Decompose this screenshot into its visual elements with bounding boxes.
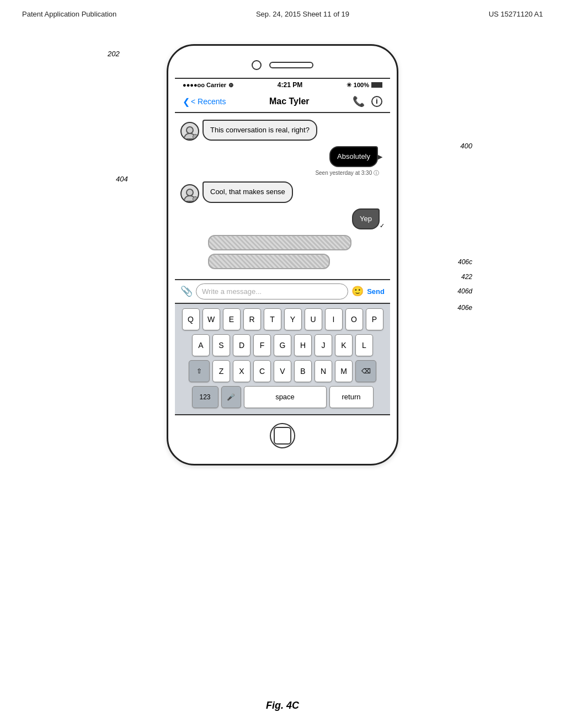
home-button[interactable] xyxy=(270,423,295,448)
earpiece-speaker xyxy=(269,62,313,68)
key-K[interactable]: K xyxy=(335,334,353,356)
redacted-msg-2 xyxy=(208,254,330,269)
send-button[interactable]: Send xyxy=(367,287,385,296)
key-L[interactable]: L xyxy=(355,334,373,356)
seen-status: Seen yesterday at 3:30 ⓘ xyxy=(180,169,385,177)
label-406c: 406c xyxy=(458,258,472,266)
key-S[interactable]: S xyxy=(212,334,230,356)
bluetooth-icon: ✳ xyxy=(347,82,351,89)
message-placeholder: Write a message... xyxy=(202,287,262,296)
key-P[interactable]: P xyxy=(366,308,383,330)
key-B[interactable]: B xyxy=(294,360,312,382)
key-shift[interactable]: ⇧ xyxy=(189,360,210,382)
front-camera xyxy=(252,60,262,70)
bubble-received-2: Cool, that makes sense xyxy=(202,181,293,202)
home-button-inner xyxy=(274,427,291,445)
call-icon[interactable]: 📞 xyxy=(353,95,365,108)
key-O[interactable]: O xyxy=(345,308,363,330)
emoji-icon[interactable]: 🙂 xyxy=(351,285,364,297)
message-row-1: This conversation is real, right? xyxy=(180,120,385,141)
key-G[interactable]: G xyxy=(274,334,291,356)
key-X[interactable]: X xyxy=(233,360,250,382)
patent-header-left: Patent Application Publication xyxy=(22,10,116,18)
phone-bottom-hardware xyxy=(175,414,390,453)
redacted-messages xyxy=(208,235,351,269)
carrier-text: ●●●●oo Carrier xyxy=(183,82,226,88)
label-202: 202 xyxy=(108,50,120,58)
phone-device: ●●●●oo Carrier ⊕ 4:21 PM ✳ 100% ❮ < Rece… xyxy=(167,44,398,465)
status-battery: ✳ 100% xyxy=(347,82,382,89)
keyboard: Q W E R T Y U I O P A S D F G H J K xyxy=(175,304,390,414)
phone-top-hardware xyxy=(175,57,390,78)
key-N[interactable]: N xyxy=(315,360,332,382)
status-time: 4:21 PM xyxy=(278,81,302,89)
key-W[interactable]: W xyxy=(202,308,220,330)
patent-header: Patent Application Publication Sep. 24, … xyxy=(0,0,565,24)
battery-icon xyxy=(371,82,382,88)
key-R[interactable]: R xyxy=(243,308,261,330)
bubble-sent-2: Yep xyxy=(352,208,380,229)
bubble-text-2: Absolutely xyxy=(337,152,370,160)
bubble-sent-1: Absolutely xyxy=(329,146,378,167)
message-input-field[interactable]: Write a message... xyxy=(196,283,348,299)
status-bar: ●●●●oo Carrier ⊕ 4:21 PM ✳ 100% xyxy=(175,78,390,91)
key-C[interactable]: C xyxy=(253,360,271,382)
key-F[interactable]: F xyxy=(253,334,271,356)
key-I[interactable]: I xyxy=(325,308,343,330)
key-Y[interactable]: Y xyxy=(284,308,302,330)
battery-text: 100% xyxy=(354,82,369,88)
chevron-left-icon: ❮ xyxy=(183,97,190,107)
back-button[interactable]: ❮ < Recents xyxy=(183,97,226,107)
nav-actions: 📞 i xyxy=(353,95,382,108)
message-input-bar: 📎 Write a message... 🙂 Send xyxy=(175,279,390,304)
key-M[interactable]: M xyxy=(335,360,353,382)
keyboard-row-1: Q W E R T Y U I O P xyxy=(177,308,388,330)
message-row-3: Cool, that makes sense xyxy=(180,181,385,202)
key-mic[interactable]: 🎤 xyxy=(221,386,241,408)
keyboard-row-2: A S D F G H J K L xyxy=(177,334,388,356)
bubble-text-1: This conversation is real, right? xyxy=(210,126,310,134)
key-J[interactable]: J xyxy=(315,334,332,356)
key-Z[interactable]: Z xyxy=(212,360,230,382)
label-422: 422 xyxy=(461,273,472,281)
seen-text-label: Seen yesterday at 3:30 ⓘ xyxy=(315,170,379,176)
label-406d: 406d xyxy=(457,287,472,295)
key-U[interactable]: U xyxy=(305,308,322,330)
label-404: 404 xyxy=(116,175,128,183)
sent-arrow-1: ▶ xyxy=(378,153,382,160)
key-A[interactable]: A xyxy=(192,334,210,356)
key-H[interactable]: H xyxy=(294,334,312,356)
key-return[interactable]: return xyxy=(329,386,374,408)
key-T[interactable]: T xyxy=(264,308,281,330)
nav-bar: ❮ < Recents Mac Tyler 📞 i xyxy=(175,91,390,113)
bubble-text-3: Cool, that makes sense xyxy=(210,188,285,196)
key-123[interactable]: 123 xyxy=(192,386,218,408)
attach-icon[interactable]: 📎 xyxy=(180,285,193,297)
keyboard-row-4: 123 🎤 space return xyxy=(177,386,388,408)
figure-caption: Fig. 4C xyxy=(266,700,299,711)
info-icon[interactable]: i xyxy=(371,96,382,107)
key-V[interactable]: V xyxy=(274,360,291,382)
phone-frame: ●●●●oo Carrier ⊕ 4:21 PM ✳ 100% ❮ < Rece… xyxy=(167,44,398,465)
nav-title: Mac Tyler xyxy=(269,97,310,106)
status-carrier: ●●●●oo Carrier ⊕ xyxy=(183,82,233,89)
message-row-4: Yep ✓ xyxy=(180,208,385,229)
key-E[interactable]: E xyxy=(223,308,241,330)
avatar-2 xyxy=(180,184,199,203)
label-400: 400 xyxy=(460,142,472,150)
patent-header-center: Sep. 24, 2015 Sheet 11 of 19 xyxy=(256,10,349,18)
key-D[interactable]: D xyxy=(233,334,250,356)
keyboard-row-3: ⇧ Z X C V B N M ⌫ xyxy=(177,360,388,382)
avatar-1 xyxy=(180,122,199,141)
wifi-icon: ⊕ xyxy=(228,82,233,89)
key-space[interactable]: space xyxy=(244,386,327,408)
label-406e: 406e xyxy=(457,304,472,312)
back-label: < Recents xyxy=(191,97,226,106)
patent-header-right: US 15271120 A1 xyxy=(489,10,543,18)
bubble-text-4: Yep xyxy=(360,215,372,223)
bubble-received-1: This conversation is real, right? xyxy=(202,120,317,141)
message-row-2: Absolutely ▶ xyxy=(180,146,385,167)
key-backspace[interactable]: ⌫ xyxy=(355,360,376,382)
key-Q[interactable]: Q xyxy=(182,308,200,330)
redacted-msg-1 xyxy=(208,235,351,250)
